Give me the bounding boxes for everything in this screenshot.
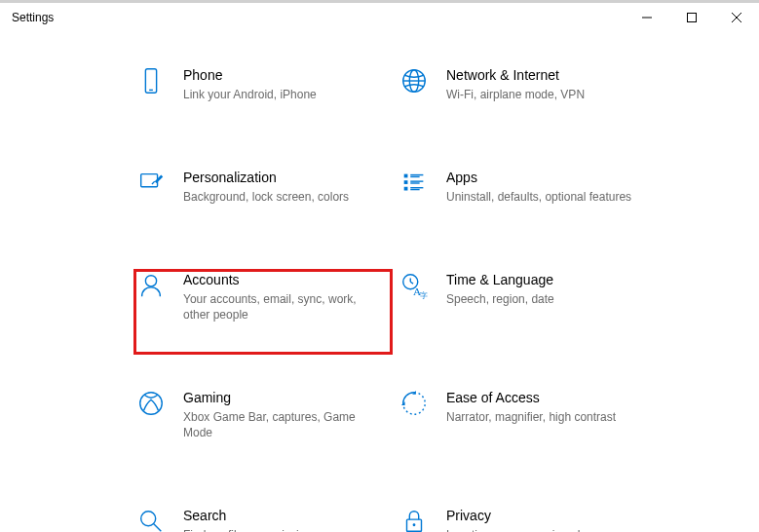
tile-title: Personalization (183, 169, 349, 186)
svg-point-20 (145, 276, 156, 286)
tile-title: Time & Language (446, 271, 554, 288)
tile-title: Gaming (183, 389, 372, 406)
tile-personalization[interactable]: Personalization Background, lock screen,… (136, 163, 399, 210)
tile-desc: Narrator, magnifier, high contrast (446, 409, 616, 425)
svg-line-23 (410, 282, 413, 284)
tile-title: Network & Internet (446, 66, 585, 84)
settings-grid: Phone Link your Android, iPhone Network … (136, 31, 759, 532)
svg-rect-9 (141, 174, 158, 187)
tile-ease-of-access[interactable]: Ease of Access Narrator, magnifier, high… (399, 383, 663, 446)
tile-desc: Background, lock screen, colors (183, 189, 349, 205)
tile-accounts[interactable]: Accounts Your accounts, email, sync, wor… (136, 265, 399, 328)
tile-desc: Wi-Fi, airplane mode, VPN (446, 87, 585, 102)
paintbrush-icon (136, 169, 183, 198)
tile-desc: Your accounts, email, sync, work, other … (183, 291, 372, 323)
svg-rect-11 (404, 174, 408, 178)
svg-rect-4 (145, 69, 156, 93)
lock-icon (399, 507, 446, 532)
close-button[interactable] (714, 3, 759, 31)
time-language-icon: A 字 (399, 271, 446, 300)
svg-rect-13 (404, 187, 408, 191)
person-icon (136, 271, 183, 300)
svg-rect-12 (404, 180, 408, 184)
tile-title: Ease of Access (446, 389, 616, 406)
titlebar: Settings (0, 0, 759, 31)
tile-desc: Xbox Game Bar, captures, Game Mode (183, 409, 372, 440)
tile-title: Search (183, 507, 318, 524)
minimize-button[interactable] (625, 3, 669, 31)
tile-desc: Speech, region, date (446, 291, 554, 307)
window-title: Settings (12, 11, 625, 24)
tile-time-language[interactable]: A 字 Time & Language Speech, region, date (399, 265, 663, 328)
svg-point-29 (141, 512, 156, 526)
tile-network[interactable]: Network & Internet Wi-Fi, airplane mode,… (399, 60, 663, 108)
tile-desc: Link your Android, iPhone (183, 87, 317, 102)
svg-line-10 (152, 181, 155, 184)
tile-title: Privacy (446, 507, 603, 524)
tile-title: Accounts (183, 271, 372, 288)
maximize-button[interactable] (669, 3, 714, 31)
ease-of-access-icon (399, 389, 446, 418)
tile-desc: Uninstall, defaults, optional features (446, 189, 631, 205)
globe-icon (399, 66, 446, 95)
svg-rect-1 (688, 13, 697, 21)
tile-privacy[interactable]: Privacy Location, camera, microphone (399, 501, 663, 532)
svg-point-26 (140, 393, 163, 415)
tile-search[interactable]: Search Find my files, permissions (136, 501, 399, 532)
svg-text:字: 字 (420, 290, 428, 300)
svg-point-32 (413, 523, 416, 526)
xbox-icon (136, 389, 183, 418)
tile-desc: Location, camera, microphone (446, 527, 603, 532)
tile-title: Phone (183, 66, 317, 84)
apps-list-icon (399, 169, 446, 198)
phone-icon (136, 66, 183, 95)
tile-gaming[interactable]: Gaming Xbox Game Bar, captures, Game Mod… (136, 383, 399, 446)
svg-line-30 (154, 524, 162, 532)
tile-title: Apps (446, 169, 631, 186)
tile-apps[interactable]: Apps Uninstall, defaults, optional featu… (399, 163, 663, 210)
tile-phone[interactable]: Phone Link your Android, iPhone (136, 60, 399, 108)
search-icon (136, 507, 183, 532)
tile-desc: Find my files, permissions (183, 527, 318, 532)
